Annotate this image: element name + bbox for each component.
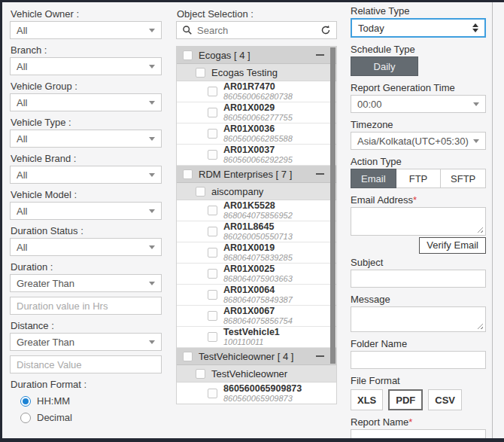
vehicle-row[interactable]: AR01R7470 860560066280738	[177, 81, 336, 102]
group-checkbox[interactable]	[183, 169, 193, 179]
chevron-down-icon	[473, 102, 479, 106]
verify-email-button[interactable]: Verify Email	[419, 237, 486, 254]
vehicle-checkbox[interactable]	[208, 227, 217, 236]
subgroup-checkbox[interactable]	[196, 187, 205, 197]
vehicle-checkbox[interactable]	[208, 150, 217, 160]
distance-value-input[interactable]	[10, 355, 162, 373]
field-report-time: Report Generation Time 00:00	[351, 82, 486, 113]
vehicle-row[interactable]: AR01X0067 868064075856754	[177, 306, 336, 327]
subject-label: Subject	[351, 257, 486, 268]
vehicle-checkbox[interactable]	[208, 269, 217, 279]
radio-decimal-label: Decimal	[37, 412, 72, 423]
file-format-csv-button[interactable]: CSV	[428, 389, 462, 410]
object-subgroup-row[interactable]: Ecogas Testing	[177, 64, 336, 81]
vehicle-id: 868064075856952	[223, 211, 293, 220]
object-group-header[interactable]: Ecogas [ 4 ]	[177, 47, 336, 64]
resize-handle-icon[interactable]	[477, 227, 483, 233]
vehicle-checkbox[interactable]	[208, 389, 217, 398]
collapse-icon[interactable]	[316, 54, 324, 56]
vehicle-row[interactable]: AR01X0019 868064075839285	[177, 242, 336, 264]
vehicle-row[interactable]: AR01X0029 860560066277755	[177, 102, 336, 123]
duration-comparator-value: Greater Than	[17, 278, 74, 289]
group-count: [ 4 ]	[278, 351, 294, 362]
action-type-email-button[interactable]: Email	[351, 169, 396, 188]
scrollbar-thumb[interactable]	[330, 47, 335, 364]
vehicle-type-select[interactable]: All	[10, 130, 162, 148]
chevron-down-icon	[473, 139, 479, 143]
object-search-input[interactable]	[197, 25, 316, 36]
vehicle-name: 860560065909873	[223, 384, 302, 394]
chevron-down-icon	[149, 101, 155, 105]
distance-comparator-select[interactable]: Greater Than	[10, 333, 162, 351]
vehicle-checkbox[interactable]	[208, 108, 217, 117]
object-group-header[interactable]: TestVehicleowner [ 4 ]	[177, 348, 336, 365]
vehicle-name: TestVehicle1	[223, 328, 280, 337]
field-schedule-type: Schedule Type Daily	[351, 44, 486, 76]
vehicle-checkbox[interactable]	[208, 206, 217, 215]
radio-hhmm[interactable]: HH:MM	[20, 395, 162, 407]
vehicle-checkbox[interactable]	[208, 248, 217, 258]
vehicle-model-select[interactable]: All	[10, 202, 162, 220]
vehicle-checkbox[interactable]	[208, 129, 217, 139]
duration-format-label: Duration Format :	[11, 379, 162, 390]
refresh-icon[interactable]	[320, 25, 331, 35]
vehicle-row[interactable]: TestVehicle1 100110011	[177, 327, 336, 348]
vehicle-row[interactable]: AR01X0025 868064075903663	[177, 264, 336, 285]
relative-type-select[interactable]: Today	[351, 18, 486, 38]
field-vehicle-type: Vehicle Type : All	[10, 117, 162, 148]
vehicle-row[interactable]: AR01X0064 868064075849387	[177, 285, 336, 306]
report-generation-time-select[interactable]: 00:00	[351, 95, 486, 113]
action-type-ftp-button[interactable]: FTP	[396, 169, 442, 188]
vehicle-group-select[interactable]: All	[10, 93, 162, 111]
distance-label: Distance :	[11, 320, 162, 331]
object-search-box	[176, 21, 337, 39]
vehicle-row[interactable]: AR01X0036 860560066285588	[177, 123, 336, 145]
folder-name-input[interactable]	[351, 351, 486, 369]
schedule-type-daily-button[interactable]: Daily	[351, 56, 418, 76]
subject-input[interactable]	[351, 270, 486, 288]
radio-unchecked-icon[interactable]	[20, 413, 31, 423]
vehicle-brand-select[interactable]: All	[10, 166, 162, 184]
group-checkbox[interactable]	[183, 352, 193, 361]
vehicle-name: AR01R7470	[223, 82, 293, 92]
file-format-pdf-button[interactable]: PDF	[388, 389, 423, 410]
vehicle-owner-select[interactable]: All	[10, 21, 162, 39]
resize-handle-icon[interactable]	[477, 323, 483, 329]
vehicle-name: AR01X0036	[223, 124, 293, 134]
subgroup-label: TestVehicleowner	[211, 368, 287, 380]
select-spinner-icon	[472, 23, 478, 32]
object-subgroup-row[interactable]: TestVehicleowner	[177, 365, 336, 383]
radio-checked-icon[interactable]	[20, 396, 31, 407]
email-address-textarea[interactable]	[351, 207, 486, 236]
radio-decimal[interactable]: Decimal	[20, 412, 162, 423]
collapse-icon[interactable]	[316, 355, 324, 357]
vehicle-checkbox[interactable]	[208, 311, 217, 321]
collapse-icon[interactable]	[316, 173, 324, 175]
duration-status-select[interactable]: All	[10, 238, 162, 256]
vehicle-checkbox[interactable]	[208, 332, 217, 342]
vehicle-row[interactable]: AR01L8645 860260050550713	[177, 221, 336, 242]
report-time-label: Report Generation Time	[351, 82, 486, 93]
duration-value-input[interactable]	[10, 297, 162, 315]
object-selection-column: Object Selection : Ecogas [ 4 ] Ecogas T…	[176, 8, 337, 404]
subgroup-checkbox[interactable]	[196, 68, 205, 78]
action-type-label: Action Type	[351, 156, 486, 167]
vehicle-row[interactable]: AR01K5528 868064075856952	[177, 200, 336, 221]
vehicle-checkbox[interactable]	[208, 87, 217, 96]
vehicle-name: AR01X0064	[223, 285, 293, 295]
subgroup-checkbox[interactable]	[196, 369, 205, 379]
object-group-header[interactable]: RDM Enterprises [ 7 ]	[177, 166, 336, 183]
group-checkbox[interactable]	[183, 50, 193, 60]
branch-select[interactable]: All	[10, 57, 162, 75]
vehicle-checkbox[interactable]	[208, 290, 217, 300]
message-textarea[interactable]	[351, 306, 486, 332]
action-type-sftp-button[interactable]: SFTP	[441, 169, 486, 188]
duration-comparator-select[interactable]: Greater Than	[10, 274, 162, 292]
vehicle-row[interactable]: 860560065909873 860560065909873	[177, 383, 336, 404]
vehicle-row[interactable]: AR01X0037 860560066292295	[177, 145, 336, 166]
field-timezone: Timezone Asia/Kolkata(UTC+05:30)	[351, 119, 486, 150]
file-format-xls-button[interactable]: XLS	[351, 389, 383, 410]
object-subgroup-row[interactable]: aiscompany	[177, 183, 336, 200]
timezone-select[interactable]: Asia/Kolkata(UTC+05:30)	[351, 132, 486, 150]
report-schedule-page: Vehicle Owner : All Branch : All Vehicle…	[0, 0, 504, 442]
